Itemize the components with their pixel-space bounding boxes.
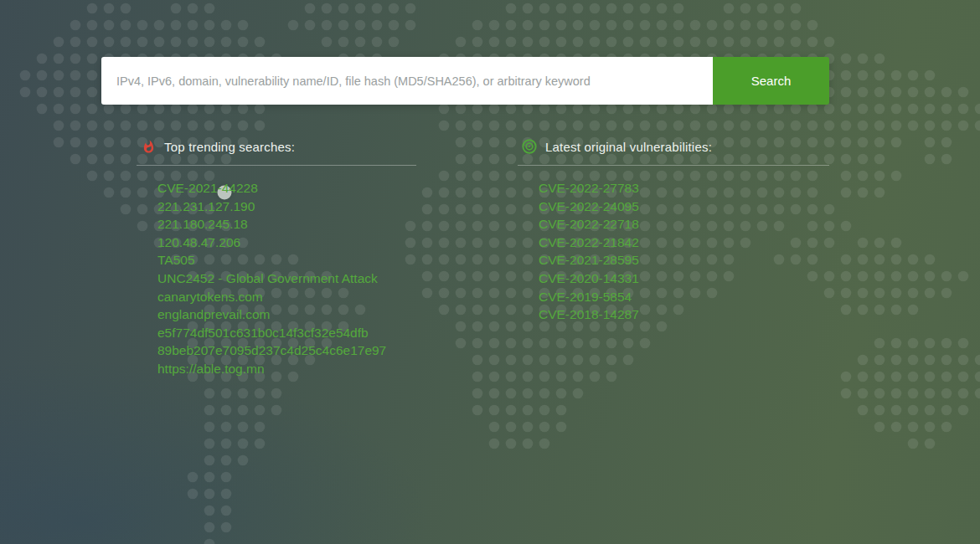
search-button[interactable]: Search: [713, 57, 829, 105]
trending-title: Top trending searches:: [164, 140, 295, 154]
list-item: CVE-2022-21842: [539, 234, 829, 252]
list-item: englandprevail.com: [157, 305, 416, 324]
vulnerability-link[interactable]: CVE-2022-22718: [539, 217, 639, 231]
target-icon: [521, 138, 538, 155]
list-item: TA505: [157, 251, 416, 269]
trending-search-link[interactable]: https://able.tog.mn: [157, 362, 265, 376]
list-item: CVE-2020-14331: [539, 269, 829, 288]
vulnerabilities-panel: Latest original vulnerabilities: CVE-202…: [518, 138, 829, 324]
trending-search-link[interactable]: e5f774df501c631b0c14f3cf32e54dfb: [157, 326, 369, 340]
vulnerabilities-header: Latest original vulnerabilities:: [518, 138, 829, 166]
list-item: https://able.tog.mn: [157, 360, 416, 378]
trending-search-link[interactable]: UNC2452 - Global Government Attack: [157, 271, 378, 285]
trending-search-link[interactable]: CVE-2021-44228: [157, 181, 258, 195]
list-item: 221.180.245.18: [157, 215, 416, 234]
trending-search-link[interactable]: canarytokens.com: [157, 290, 263, 304]
trending-search-link[interactable]: 221.180.245.18: [157, 217, 248, 231]
trending-list: CVE-2021-44228221.231.127.190221.180.245…: [137, 179, 416, 378]
trending-search-link[interactable]: englandprevail.com: [157, 307, 270, 321]
list-item: canarytokens.com: [157, 288, 416, 306]
vulnerabilities-title: Latest original vulnerabilities:: [545, 140, 712, 154]
list-item: CVE-2021-44228: [157, 179, 416, 198]
vulnerability-link[interactable]: CVE-2022-21842: [539, 235, 639, 249]
vulnerabilities-list: CVE-2022-27783CVE-2022-24095CVE-2022-227…: [518, 179, 829, 324]
list-item: CVE-2022-27783: [539, 179, 829, 198]
list-item: CVE-2022-24095: [539, 198, 829, 216]
list-item: e5f774df501c631b0c14f3cf32e54dfb: [157, 324, 416, 342]
trending-search-link[interactable]: 221.231.127.190: [157, 199, 255, 213]
vulnerability-link[interactable]: CVE-2018-14287: [539, 307, 639, 321]
list-item: UNC2452 - Global Government Attack: [157, 269, 416, 288]
search-bar: Search: [101, 57, 829, 105]
vulnerability-link[interactable]: CVE-2021-28595: [539, 253, 639, 267]
list-item: CVE-2018-14287: [539, 305, 829, 324]
vulnerability-link[interactable]: CVE-2020-14331: [539, 271, 639, 285]
trending-search-link[interactable]: 120.48.47.206: [157, 235, 240, 249]
list-item: CVE-2022-22718: [539, 215, 829, 234]
trending-search-link[interactable]: 89beb207e7095d237c4d25c4c6e17e97: [157, 343, 386, 357]
trending-header: Top trending searches:: [137, 138, 416, 166]
vulnerability-link[interactable]: CVE-2022-24095: [539, 199, 639, 213]
trending-search-link[interactable]: TA505: [157, 253, 195, 267]
list-item: CVE-2019-5854: [539, 288, 829, 306]
list-item: 221.231.127.190: [157, 198, 416, 216]
vulnerability-link[interactable]: CVE-2019-5854: [539, 290, 632, 304]
flame-icon: [140, 138, 157, 155]
list-item: 89beb207e7095d237c4d25c4c6e17e97: [157, 341, 416, 360]
search-input[interactable]: [101, 57, 713, 105]
trending-panel: Top trending searches: CVE-2021-44228221…: [137, 138, 416, 378]
list-item: CVE-2021-28595: [539, 251, 829, 269]
list-item: 120.48.47.206: [157, 234, 416, 252]
vulnerability-link[interactable]: CVE-2022-27783: [539, 181, 639, 195]
